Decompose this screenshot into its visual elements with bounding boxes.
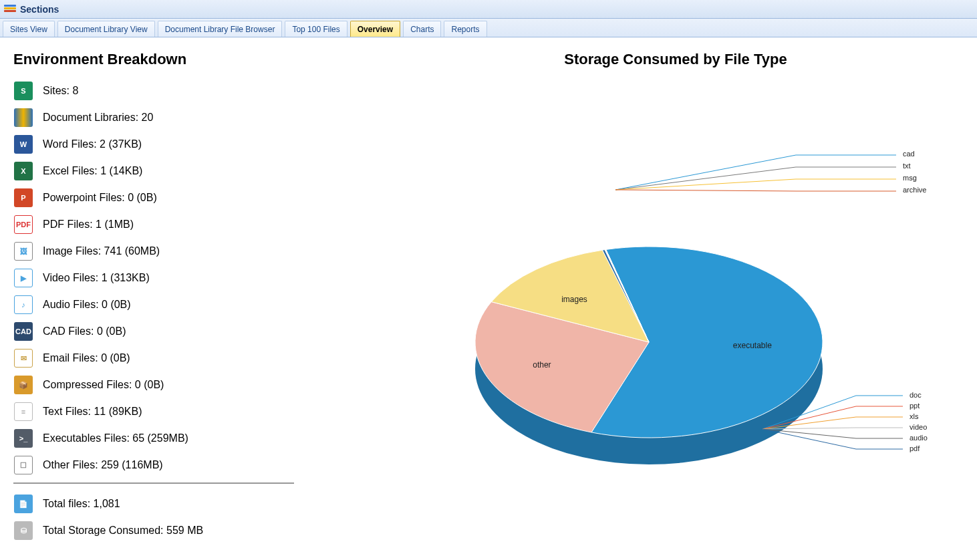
leader-label-xls: xls (910, 412, 918, 420)
other-icon: ☐ (13, 455, 33, 475)
leader-label-txt: txt (903, 162, 911, 170)
stat-row: ⛁Total Storage Consumed: 559 MB (13, 517, 388, 544)
image-icon: 🖼 (13, 241, 33, 261)
stat-row: Document Libraries: 20 (13, 104, 388, 131)
archive-icon: 📦 (13, 375, 33, 395)
storage-icon: ⛁ (13, 521, 33, 541)
stat-text: PDF Files: 1 (1MB) (43, 219, 134, 231)
app-icon (4, 5, 16, 14)
chart-panel: Storage Consumed by File Type executable… (388, 51, 964, 544)
tab-sites-view[interactable]: Sites View (3, 21, 55, 37)
window-header: Sections (0, 0, 977, 19)
files-icon: 📄 (13, 494, 33, 514)
leader-label-pdf: pdf (910, 444, 920, 452)
stat-row: >_Executables Files: 65 (259MB) (13, 425, 388, 452)
breakdown-title: Environment Breakdown (13, 51, 388, 68)
leader-label-audio: audio (910, 434, 928, 442)
powerpoint-icon: P (13, 188, 33, 208)
tab-top-100-files[interactable]: Top 100 Files (285, 21, 347, 37)
leader-label-cad: cad (903, 150, 915, 158)
stat-row: SSites: 8 (13, 78, 388, 104)
stat-text: Excel Files: 1 (14KB) (43, 165, 142, 177)
leader-label-msg: msg (903, 174, 917, 182)
stat-row: PPowerpoint Files: 0 (0B) (13, 184, 388, 211)
stat-text: Other Files: 259 (116MB) (43, 459, 163, 471)
tab-reports[interactable]: Reports (444, 21, 486, 37)
stat-text: Executables Files: 65 (259MB) (43, 432, 188, 444)
stat-row: XExcel Files: 1 (14KB) (13, 158, 388, 184)
stat-text: Video Files: 1 (313KB) (43, 272, 150, 284)
stat-text: Email Files: 0 (0B) (43, 352, 130, 364)
stat-row: ≡Text Files: 11 (89KB) (13, 398, 388, 425)
stat-row: ☐Other Files: 259 (116MB) (13, 452, 388, 478)
leader-label-doc: doc (910, 391, 922, 399)
stat-text: Document Libraries: 20 (43, 112, 153, 124)
pie-chart: executableotherimagescadtxtmsgarchivedoc… (422, 82, 930, 509)
stat-row: ✉Email Files: 0 (0B) (13, 345, 388, 372)
library-icon (13, 108, 33, 128)
stat-text: Image Files: 741 (60MB) (43, 245, 160, 257)
stat-row: WWord Files: 2 (37KB) (13, 131, 388, 158)
stat-row: PDFPDF Files: 1 (1MB) (13, 211, 388, 238)
stat-row: ♪Audio Files: 0 (0B) (13, 291, 388, 318)
tab-bar: Sites ViewDocument Library ViewDocument … (0, 19, 977, 37)
leader-label-archive: archive (903, 186, 926, 194)
cad-icon: CAD (13, 321, 33, 341)
content-area: Environment Breakdown SSites: 8Document … (0, 37, 977, 551)
sharepoint-icon: S (13, 81, 33, 101)
leader-label-ppt: ppt (910, 402, 920, 410)
pdf-icon: PDF (13, 215, 33, 235)
exe-icon: >_ (13, 428, 33, 448)
stat-row: 📦Compressed Files: 0 (0B) (13, 372, 388, 398)
stat-text: Compressed Files: 0 (0B) (43, 379, 164, 391)
stat-text: Powerpoint Files: 0 (0B) (43, 192, 157, 204)
stat-row: 📄Total files: 1,081 (13, 491, 388, 517)
stat-text: CAD Files: 0 (0B) (43, 325, 126, 337)
tab-document-library-view[interactable]: Document Library View (57, 21, 155, 37)
pie-svg (448, 155, 876, 551)
leader-label-video: video (910, 423, 927, 431)
separator (13, 482, 294, 484)
stat-row: 🖼Image Files: 741 (60MB) (13, 238, 388, 265)
video-icon: ▶ (13, 268, 33, 288)
stat-text: Sites: 8 (43, 85, 78, 97)
stat-row: ▶Video Files: 1 (313KB) (13, 265, 388, 291)
chart-title: Storage Consumed by File Type (388, 51, 964, 68)
stat-text: Total Storage Consumed: 559 MB (43, 525, 203, 537)
text-icon: ≡ (13, 402, 33, 422)
stat-row: CADCAD Files: 0 (0B) (13, 318, 388, 345)
excel-icon: X (13, 161, 33, 181)
environment-breakdown-panel: Environment Breakdown SSites: 8Document … (13, 51, 388, 544)
tab-charts[interactable]: Charts (403, 21, 441, 37)
tab-document-library-file-browser[interactable]: Document Library File Browser (158, 21, 283, 37)
word-icon: W (13, 134, 33, 154)
email-icon: ✉ (13, 348, 33, 368)
tab-overview[interactable]: Overview (350, 21, 400, 37)
window-title: Sections (20, 4, 59, 15)
stat-text: Text Files: 11 (89KB) (43, 406, 142, 418)
stat-text: Word Files: 2 (37KB) (43, 138, 142, 150)
stat-text: Audio Files: 0 (0B) (43, 299, 131, 311)
stat-text: Total files: 1,081 (43, 498, 120, 510)
audio-icon: ♪ (13, 295, 33, 315)
